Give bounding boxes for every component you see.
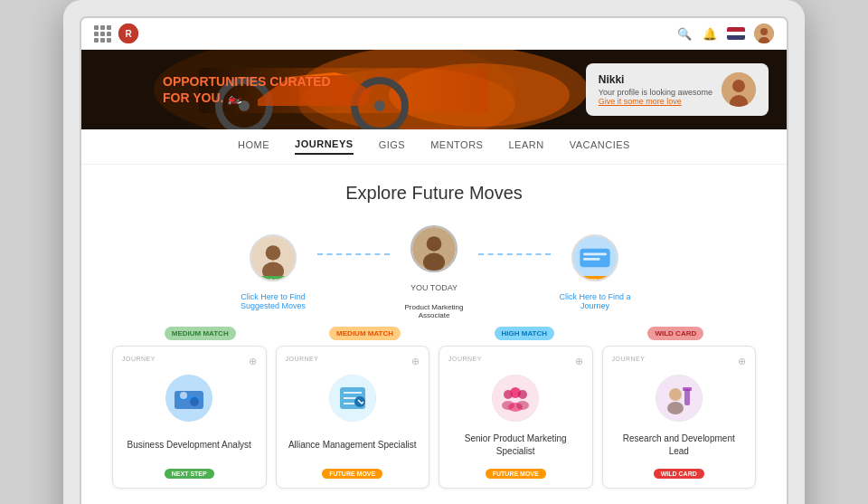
- card-2-title: Alliance Management Specialist: [288, 429, 417, 461]
- cards-section: MEDIUM MATCH MEDIUM MATCH HIGH MATCH WIL…: [108, 327, 760, 489]
- badge-future-move: FUTURE MOVE: [571, 276, 618, 281]
- svg-point-44: [667, 402, 684, 414]
- svg-point-30: [180, 392, 187, 399]
- main-nav: HOME JOURNEYS GIGS MENTORS LEARN VACANCI…: [81, 129, 787, 165]
- journey-card-1[interactable]: JOURNEY ⊕ Business D: [112, 346, 267, 489]
- card-4-header: JOURNEY ⊕: [612, 356, 747, 367]
- path-line-left: [317, 253, 390, 255]
- card-3-bookmark[interactable]: ⊕: [575, 356, 583, 367]
- card-3-header: JOURNEY ⊕: [448, 356, 583, 367]
- svg-point-3: [760, 28, 768, 35]
- svg-point-19: [266, 245, 281, 261]
- svg-point-31: [190, 397, 199, 406]
- journey-card-2[interactable]: JOURNEY ⊕ Alliance M: [276, 346, 430, 489]
- svg-point-23: [423, 253, 445, 271]
- match-badge-3: HIGH MATCH: [495, 327, 555, 340]
- card-2-label: JOURNEY: [286, 356, 319, 367]
- path-avatar-center: [410, 225, 458, 272]
- page-title: Explore Future Moves: [108, 183, 760, 204]
- card-1-image: [165, 375, 212, 422]
- laptop-screen: R 🔍 🔔: [80, 16, 788, 504]
- nav-journeys[interactable]: JOURNEYS: [295, 138, 354, 155]
- top-bar: R 🔍 🔔: [81, 18, 787, 50]
- notification-icon[interactable]: 🔔: [702, 25, 718, 42]
- match-badge-1: MEDIUM MATCH: [165, 327, 236, 340]
- hero-title: OPPORTUNITIES CURATED FOR YOU. 🏍️: [163, 73, 331, 106]
- card-4-tag: WILD CARD: [654, 469, 704, 479]
- path-node-right: FUTURE MOVE Click Here to Find a Journey: [554, 234, 636, 310]
- nav-home[interactable]: HOME: [238, 139, 269, 154]
- svg-rect-27: [583, 258, 599, 261]
- svg-point-38: [518, 390, 527, 399]
- card-4-image: [656, 375, 703, 422]
- hero-profile-card: Nikki Your profile is looking awesome Gi…: [586, 63, 769, 116]
- journey-cards: JOURNEY ⊕ Business D: [108, 346, 760, 489]
- main-content: Explore Future Moves NEXT STEP Click Her…: [81, 165, 787, 504]
- svg-text:R: R: [125, 29, 132, 39]
- card-3-tag: FUTURE MOVE: [486, 469, 546, 479]
- hero-avatar: [722, 72, 756, 107]
- path-today-label: YOU TODAY: [410, 283, 458, 292]
- svg-point-14: [374, 100, 385, 111]
- path-avatar-right: FUTURE MOVE: [571, 234, 618, 281]
- hero-profile-subtitle: Your profile is looking awesome: [599, 88, 712, 97]
- match-badges-row: MEDIUM MATCH MEDIUM MATCH HIGH MATCH WIL…: [108, 327, 760, 340]
- card-4-title: Research and Development Lead: [612, 429, 747, 461]
- laptop-frame: R 🔍 🔔: [63, 0, 805, 504]
- card-1-bookmark[interactable]: ⊕: [249, 356, 257, 367]
- journey-path: NEXT STEP Click Here to Find Suggested M…: [108, 225, 760, 319]
- path-link-left[interactable]: Click Here to Find Suggested Moves: [232, 292, 314, 310]
- journey-card-3[interactable]: JOURNEY ⊕: [439, 346, 593, 489]
- hero-profile-name: Nikki: [599, 73, 712, 86]
- hero-profile-link[interactable]: Give it some more love: [599, 97, 712, 106]
- svg-rect-46: [683, 387, 692, 391]
- top-bar-right: 🔍 🔔: [676, 24, 774, 43]
- card-4-bookmark[interactable]: ⊕: [738, 356, 746, 367]
- search-icon[interactable]: 🔍: [676, 25, 693, 42]
- card-3-title: Senior Product Marketing Specialist: [448, 429, 583, 461]
- nav-gigs[interactable]: GIGS: [379, 139, 406, 154]
- card-3-label: JOURNEY: [448, 356, 482, 367]
- hero-text: OPPORTUNITIES CURATED FOR YOU. 🏍️: [81, 73, 331, 106]
- nav-vacancies[interactable]: VACANCIES: [570, 139, 630, 154]
- svg-rect-47: [686, 396, 688, 404]
- svg-point-16: [732, 80, 745, 92]
- path-avatar-left: NEXT STEP: [250, 234, 297, 281]
- journey-card-4[interactable]: JOURNEY ⊕: [602, 346, 757, 489]
- app-logo: R: [118, 24, 138, 43]
- nav-mentors[interactable]: MENTORS: [430, 139, 483, 154]
- nav-learn[interactable]: LEARN: [508, 139, 543, 154]
- hero-profile-info: Nikki Your profile is looking awesome Gi…: [599, 73, 712, 106]
- card-1-tag: NEXT STEP: [165, 469, 214, 479]
- match-badge-4: WILD CARD: [647, 327, 703, 340]
- svg-point-43: [669, 388, 682, 401]
- badge-next-step: NEXT STEP: [253, 276, 292, 281]
- card-1-label: JOURNEY: [122, 356, 156, 367]
- card-2-header: JOURNEY ⊕: [286, 356, 420, 367]
- card-2-tag: FUTURE MOVE: [322, 469, 382, 479]
- path-today-sublabel: Product Marketing Associate: [393, 303, 475, 319]
- grid-icon[interactable]: [94, 25, 111, 43]
- svg-rect-26: [583, 252, 607, 255]
- user-avatar-top[interactable]: [754, 24, 774, 43]
- card-2-bookmark[interactable]: ⊕: [411, 356, 420, 367]
- card-3-image: [492, 375, 539, 422]
- language-flag[interactable]: [727, 27, 745, 40]
- path-node-left: NEXT STEP Click Here to Find Suggested M…: [232, 234, 314, 310]
- card-4-label: JOURNEY: [612, 356, 646, 367]
- match-badge-2: MEDIUM MATCH: [329, 327, 401, 340]
- path-node-center: YOU TODAY Product Marketing Associate: [393, 225, 475, 319]
- hero-banner: OPPORTUNITIES CURATED FOR YOU. 🏍️ Nikki …: [81, 50, 787, 129]
- card-1-header: JOURNEY ⊕: [122, 356, 257, 367]
- svg-point-22: [427, 236, 442, 252]
- card-2-image: [329, 375, 376, 422]
- path-line-right: [478, 253, 551, 255]
- card-1-title: Business Development Analyst: [127, 429, 251, 461]
- top-bar-left: R: [94, 24, 138, 43]
- path-link-right[interactable]: Click Here to Find a Journey: [554, 292, 636, 310]
- svg-point-41: [516, 401, 529, 410]
